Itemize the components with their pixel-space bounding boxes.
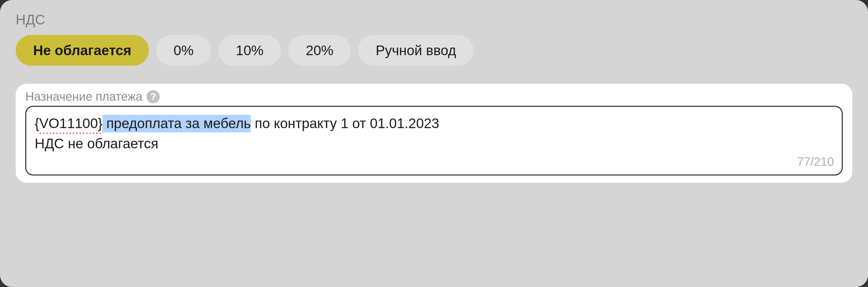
vat-options-row: Не облагается 0% 10% 20% Ручной ввод: [16, 35, 852, 66]
payment-purpose-panel: Назначение платежа ? {VO11100} предоплат…: [16, 84, 852, 183]
help-icon[interactable]: ?: [147, 90, 160, 103]
vat-option-manual[interactable]: Ручной ввод: [358, 35, 473, 66]
char-counter: 77/210: [797, 153, 834, 170]
vat-option-20pct[interactable]: 20%: [288, 35, 351, 66]
payment-purpose-label: Назначение платежа: [25, 90, 142, 103]
purpose-text-line2: НДС не облагается: [35, 136, 158, 151]
payment-purpose-header: Назначение платежа ?: [25, 90, 843, 103]
selected-text: предоплата за мебель: [102, 115, 251, 132]
payment-purpose-textarea[interactable]: {VO11100} предоплата за мебель по контра…: [25, 106, 843, 176]
purpose-text-rest: по контракту 1 от 01.01.2023: [251, 116, 439, 131]
vat-option-not-taxed[interactable]: Не облагается: [16, 35, 149, 66]
vat-section-label: НДС: [16, 11, 852, 28]
vat-option-10pct[interactable]: 10%: [218, 35, 281, 66]
form-card: НДС Не облагается 0% 10% 20% Ручной ввод…: [0, 0, 868, 287]
vo-code-text: {VO11100}: [35, 114, 102, 133]
vat-option-0pct[interactable]: 0%: [156, 35, 211, 66]
